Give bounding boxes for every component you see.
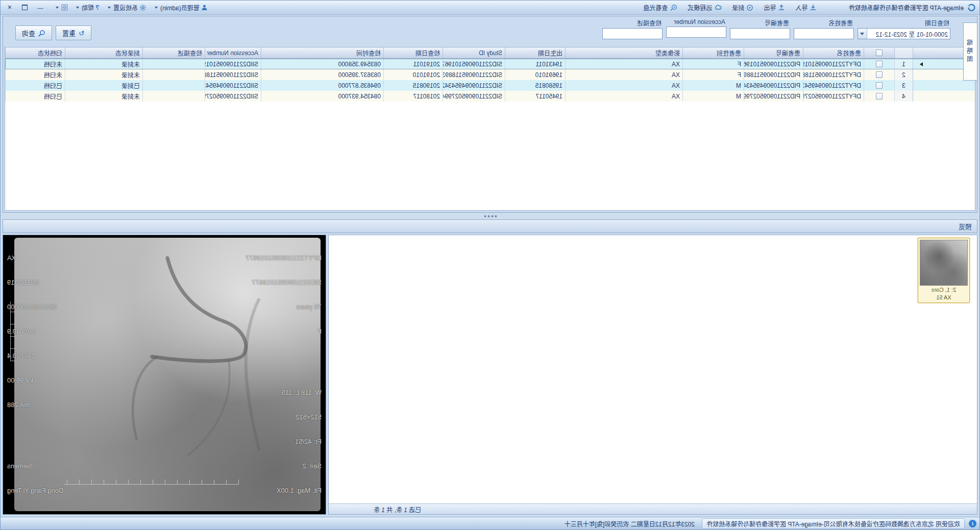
header-exam-date[interactable]: 检查日期: [383, 47, 443, 58]
cell-modality: XA: [565, 59, 682, 69]
table-row[interactable]: 4 DFYT2211090950279... PID22110909502799…: [5, 91, 975, 102]
overlay-bottom-right: Siemens Dong Fang Yi Teng: [7, 446, 63, 511]
row-checkbox[interactable]: [864, 59, 894, 69]
header-modality[interactable]: 影像类型: [565, 47, 682, 58]
study-list-panel: 缩略图 检查日期 2000-01-01 至 2023-12-12 患者姓名 患者…: [3, 16, 977, 213]
cell-study-id: SID2211090949543428: [443, 80, 505, 91]
cell-exam-time: 084354.937000: [261, 91, 383, 102]
horizontal-ruler: [64, 479, 239, 485]
close-button[interactable]: ✕: [3, 3, 17, 13]
header-birth-date[interactable]: 出生日期: [505, 47, 565, 58]
disc-icon: [746, 4, 753, 11]
header-study-desc[interactable]: 检查描述: [142, 47, 205, 58]
export-button[interactable]: 导出: [760, 2, 789, 13]
cell-study-desc: [142, 69, 205, 80]
gear-icon: [139, 4, 146, 11]
reset-button[interactable]: ↻ 重置: [56, 26, 91, 40]
dicom-image-viewport[interactable]: DFYT2211090951019677 SID2211090951019677…: [3, 235, 326, 515]
header-accession[interactable]: Accession Number: [205, 47, 261, 58]
combo-dropdown-button[interactable]: [858, 29, 867, 39]
help-menu[interactable]: ? 帮助: [73, 2, 103, 13]
thumbnail-collapse-tab[interactable]: 缩略图: [963, 22, 977, 81]
preview-title: 预览: [959, 221, 972, 231]
minimize-button[interactable]: —: [33, 3, 47, 13]
window-controls: — ✕: [3, 3, 47, 13]
horizontal-splitter[interactable]: ••••: [1, 213, 979, 219]
header-patient-id[interactable]: 患者编号: [744, 47, 803, 58]
user-menu[interactable]: 管理员(admin): [152, 2, 211, 13]
chevron-down-icon: [56, 7, 59, 9]
row-checkbox[interactable]: [864, 91, 894, 102]
cell-accession: SIID2211090950279948: [205, 91, 261, 102]
thumbnail-image: [920, 240, 968, 286]
help-label: 帮助: [82, 3, 94, 12]
burn-button[interactable]: 刻录: [728, 2, 757, 13]
cell-birth-date: 19450117: [505, 91, 565, 102]
remote-mode-label: 远程模式: [688, 3, 712, 12]
cell-patient-name: DFYT2211090950279...: [803, 91, 864, 102]
header-archive-status[interactable]: 归档状态: [5, 47, 65, 58]
mirrored-screenshot-wrapper: eImage-ATP 医学影像存储与传输系统软件 导入 导出 刻录 远程模式: [0, 0, 980, 530]
filter-bar: 检查日期 2000-01-01 至 2023-12-12 患者姓名 患者编号 A…: [3, 16, 977, 47]
chevron-down-icon: [155, 7, 158, 9]
remote-mode-button[interactable]: 远程模式: [683, 2, 726, 13]
chevron-down-icon: [108, 7, 111, 9]
table-row[interactable]: 3 DFYT2211090949543... PID22110909495434…: [5, 80, 975, 91]
study-desc-input[interactable]: [602, 28, 663, 39]
thumbnail-panel: 2: 1, Coro XA 51 已选 1 条, 共 1 条: [328, 235, 977, 515]
taskbar-datetime: 2023年12月12日星期二 农历癸卯[兔]年十月三十: [565, 519, 695, 528]
cell-patient-id: PID2211090951019677: [744, 59, 803, 69]
accession-number-field: Accession Number: [666, 18, 726, 38]
header-select-all[interactable]: [864, 47, 894, 58]
taskbar-app-segment[interactable]: 欢迎使用 北京东方逸腾数码医疗设备技术有限公司-eImage-ATP 医学影像存…: [702, 518, 965, 529]
header-exam-time[interactable]: 检查时间: [261, 47, 383, 58]
taskbar: i 欢迎使用 北京东方逸腾数码医疗设备技术有限公司-eImage-ATP 医学影…: [1, 517, 979, 529]
layout-menu[interactable]: [53, 3, 71, 12]
exam-date-value: 2000-01-01 至 2023-12-12: [867, 30, 950, 38]
app-logo-icon: [967, 3, 976, 12]
cell-patient-name: DFYT2211090951188...: [803, 69, 864, 80]
accession-number-label: Accession Number: [666, 18, 726, 26]
header-patient-name[interactable]: 患者姓名: [803, 47, 864, 58]
cell-exam-time: 083549.358000: [261, 59, 383, 69]
table-row[interactable]: 2 DFYT2211090951188... PID22110909511889…: [5, 69, 975, 80]
row-checkbox[interactable]: [864, 69, 894, 80]
row-checkbox[interactable]: [864, 80, 894, 91]
exam-date-combo[interactable]: 2000-01-01 至 2023-12-12: [857, 28, 950, 39]
header-study-id[interactable]: Study ID: [443, 47, 505, 58]
cell-burn-status: 未刻录: [65, 91, 142, 102]
thumbnail-item-selected[interactable]: 2: 1, Coro XA 51: [918, 238, 970, 303]
study-grid: 患者姓名 患者编号 患者性别 影像类型 出生日期 Study ID 检查日期 检…: [5, 47, 975, 211]
thumbnail-list: 2: 1, Coro XA 51: [329, 235, 977, 503]
patient-id-input[interactable]: [730, 28, 790, 39]
cell-exam-time: 094635.877000: [261, 80, 383, 91]
query-button[interactable]: 查询: [15, 26, 52, 40]
maximize-icon: [22, 5, 28, 10]
checkbox-icon: [876, 82, 883, 89]
cell-exam-time: 083637.395000: [261, 69, 383, 80]
header-burn-status[interactable]: 刻录状态: [65, 47, 142, 58]
view-disc-button[interactable]: 查看光盘: [639, 2, 681, 13]
settings-menu[interactable]: 系统设置: [105, 2, 150, 13]
cloud-icon: [714, 4, 722, 11]
import-button[interactable]: 导入: [791, 2, 821, 13]
disc-search-icon: [670, 4, 677, 11]
cell-exam-date: 20191010: [383, 69, 443, 80]
cell-modality: XA: [565, 91, 682, 102]
maximize-button[interactable]: [18, 3, 32, 13]
user-menu-label: 管理员(admin): [160, 3, 200, 12]
checkbox-icon: [876, 49, 883, 56]
settings-label: 系统设置: [113, 3, 138, 12]
grid-header-row: 患者姓名 患者编号 患者性别 影像类型 出生日期 Study ID 检查日期 检…: [5, 47, 975, 59]
accession-number-input[interactable]: [666, 27, 726, 38]
view-disc-label: 查看光盘: [643, 3, 668, 12]
info-icon[interactable]: i: [969, 520, 976, 527]
table-row[interactable]: 1 DFYT2211090951019... PID22110909510196…: [5, 59, 975, 69]
splitter-grip-icon: ••••: [483, 215, 497, 217]
checkbox-icon: [876, 93, 883, 99]
row-indicator: [913, 91, 975, 102]
header-patient-sex[interactable]: 患者性别: [682, 47, 744, 58]
patient-name-input[interactable]: [794, 28, 854, 39]
cell-archive-status: 未归档: [5, 69, 65, 80]
layout-grid-icon: [61, 4, 68, 11]
